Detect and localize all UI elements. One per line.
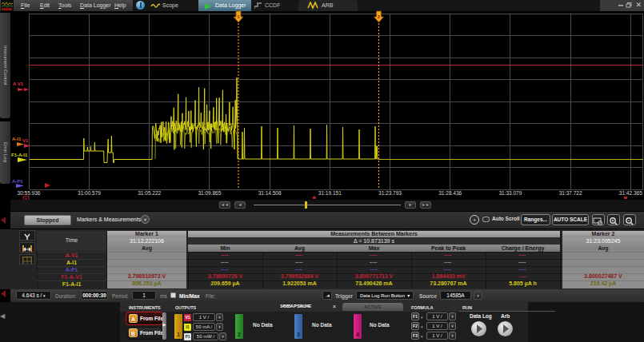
svg-text:31:23.793: 31:23.793 <box>378 190 402 196</box>
svg-text:31:14.508: 31:14.508 <box>258 190 282 196</box>
svg-text:F1-A-I1: F1-A-I1 <box>11 153 28 157</box>
svg-text:A-I1: A-I1 <box>12 137 22 141</box>
svg-text:31:28.436: 31:28.436 <box>438 190 462 196</box>
svg-text:31:42.365: 31:42.365 <box>619 190 642 196</box>
svg-text:31:19.151: 31:19.151 <box>318 190 342 196</box>
svg-text:A-P1: A-P1 <box>12 179 23 184</box>
svg-text:A V1: A V1 <box>13 82 24 86</box>
svg-text:31:05.222: 31:05.222 <box>138 190 161 196</box>
svg-text:31:09.865: 31:09.865 <box>198 190 221 196</box>
svg-text:31:33.079: 31:33.079 <box>498 190 522 196</box>
svg-text:31:00.579: 31:00.579 <box>78 190 101 196</box>
svg-text:30:55.936: 30:55.936 <box>18 190 41 196</box>
svg-text:V1: V1 <box>22 138 29 143</box>
svg-text:31:37.722: 31:37.722 <box>559 190 582 196</box>
